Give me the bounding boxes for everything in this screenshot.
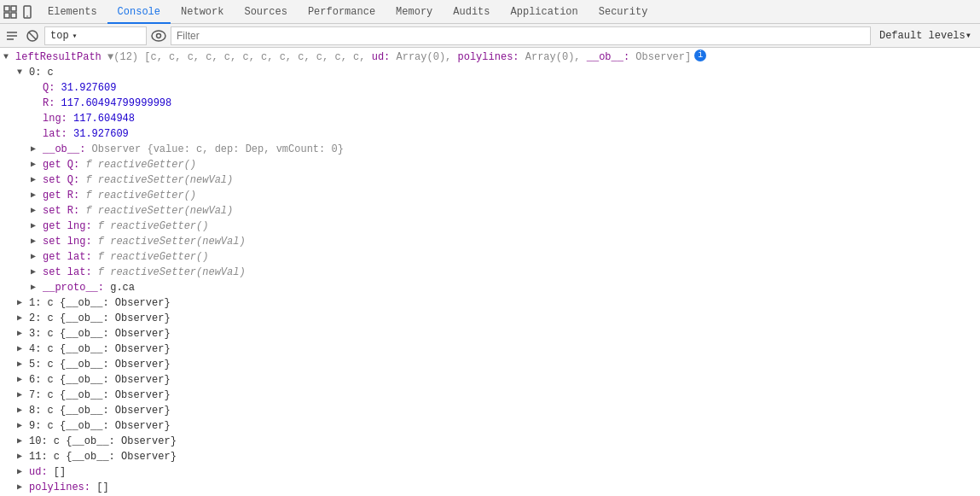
item-2: 2: c {__ob__: Observer} xyxy=(0,311,980,326)
tab-audits[interactable]: Audits xyxy=(443,0,500,24)
svg-rect-1 xyxy=(11,6,16,11)
level-selector[interactable]: Default levels ▾ xyxy=(874,26,977,45)
prop-ob-0: __ob__: Observer {value: c, dep: Dep, vm… xyxy=(0,142,980,157)
prop-proto-0-toggle[interactable] xyxy=(31,280,43,295)
item-6-toggle[interactable] xyxy=(17,372,29,388)
prop-get-lng: get lng: f reactiveGetter() xyxy=(0,219,980,234)
prop-get-lat-toggle[interactable] xyxy=(31,249,43,265)
item-3: 3: c {__ob__: Observer} xyxy=(0,326,980,341)
prop-set-lat-toggle[interactable] xyxy=(31,265,43,280)
tab-elements[interactable]: Elements xyxy=(38,0,107,24)
prop-get-lat: get lat: f reactiveGetter() xyxy=(0,249,980,265)
prop-lng: lng: 117.604948 xyxy=(0,111,980,126)
tab-application[interactable]: Application xyxy=(501,0,589,24)
item-0-toggle[interactable] xyxy=(17,65,29,80)
prop-get-lng-toggle[interactable] xyxy=(31,219,43,234)
prop-set-Q-toggle[interactable] xyxy=(31,172,43,188)
item-11: 11: c {__ob__: Observer} xyxy=(0,449,980,464)
svg-line-10 xyxy=(29,32,36,39)
item-7-toggle[interactable] xyxy=(17,388,29,403)
item-9: 9: c {__ob__: Observer} xyxy=(0,418,980,434)
svg-rect-0 xyxy=(4,6,9,11)
main-toggle[interactable] xyxy=(3,50,15,65)
context-selector[interactable]: top ▾ xyxy=(44,26,147,45)
item-4: 4: c {__ob__: Observer} xyxy=(0,341,980,357)
tab-security[interactable]: Security xyxy=(589,0,658,24)
item-11-toggle[interactable] xyxy=(17,449,29,464)
svg-rect-2 xyxy=(4,13,9,18)
svg-point-5 xyxy=(26,15,28,17)
item-3-toggle[interactable] xyxy=(17,326,29,341)
clear-console-button[interactable] xyxy=(3,27,20,44)
tab-console[interactable]: Console xyxy=(107,0,171,24)
tab-performance[interactable]: Performance xyxy=(298,0,386,24)
prop-ud: ud: [] xyxy=(0,464,980,480)
prop-get-R: get R: f reactiveGetter() xyxy=(0,188,980,203)
tab-network[interactable]: Network xyxy=(171,0,234,24)
context-dropdown-arrow: ▾ xyxy=(72,31,78,41)
stop-icon[interactable] xyxy=(24,27,41,44)
console-toolbar: top ▾ Default levels ▾ xyxy=(0,24,980,48)
prop-proto-0: __proto__: g.ca xyxy=(0,280,980,295)
prop-set-R: set R: f reactiveSetter(newVal) xyxy=(0,203,980,219)
info-icon[interactable]: i xyxy=(694,50,706,61)
prop-get-Q-toggle[interactable] xyxy=(31,157,43,172)
prop-lat: lat: 31.927609 xyxy=(0,126,980,142)
svg-point-11 xyxy=(152,31,165,41)
prop-set-lng-toggle[interactable] xyxy=(31,234,43,249)
prop-set-Q: set Q: f reactiveSetter(newVal) xyxy=(0,172,980,188)
prop-set-lat: set lat: f reactiveSetter(newVal) xyxy=(0,265,980,280)
item-8-toggle[interactable] xyxy=(17,403,29,418)
item-0: 0: c xyxy=(0,65,980,80)
prop-ud-toggle[interactable] xyxy=(17,464,29,480)
eye-button[interactable] xyxy=(150,27,167,44)
prop-polylines-toggle[interactable] xyxy=(17,480,29,495)
item-5: 5: c {__ob__: Observer} xyxy=(0,357,980,372)
prop-set-R-toggle[interactable] xyxy=(31,203,43,219)
inspect-icon[interactable] xyxy=(3,5,17,19)
item-6: 6: c {__ob__: Observer} xyxy=(0,372,980,388)
console-output: leftResultPath ▼(12) [c, c, c, c, c, c, … xyxy=(0,48,980,496)
mobile-icon[interactable] xyxy=(20,5,34,19)
prop-get-Q: get Q: f reactiveGetter() xyxy=(0,157,980,172)
item-8: 8: c {__ob__: Observer} xyxy=(0,403,980,418)
tab-sources[interactable]: Sources xyxy=(234,0,297,24)
level-dropdown-arrow: ▾ xyxy=(966,29,971,42)
tab-memory[interactable]: Memory xyxy=(386,0,443,24)
item-10-toggle[interactable] xyxy=(17,434,29,449)
main-result-line: leftResultPath ▼(12) [c, c, c, c, c, c, … xyxy=(0,50,980,65)
item-7: 7: c {__ob__: Observer} xyxy=(0,388,980,403)
svg-rect-3 xyxy=(11,13,16,18)
item-4-toggle[interactable] xyxy=(17,341,29,357)
item-1-toggle[interactable] xyxy=(17,295,29,311)
item-9-toggle[interactable] xyxy=(17,418,29,434)
prop-polylines: polylines: [] xyxy=(0,480,980,495)
prop-get-R-toggle[interactable] xyxy=(31,188,43,203)
svg-point-12 xyxy=(157,33,161,38)
item-2-toggle[interactable] xyxy=(17,311,29,326)
prop-Q: Q: 31.927609 xyxy=(0,80,980,96)
item-5-toggle[interactable] xyxy=(17,357,29,372)
devtools-tab-bar: Elements Console Network Sources Perform… xyxy=(0,0,980,24)
prop-R: R: 117.60494799999998 xyxy=(0,96,980,111)
filter-input[interactable] xyxy=(171,26,871,45)
item-1: 1: c {__ob__: Observer} xyxy=(0,295,980,311)
prop-ob-0-toggle[interactable] xyxy=(31,142,43,157)
prop-set-lng: set lng: f reactiveSetter(newVal) xyxy=(0,234,980,249)
item-10: 10: c {__ob__: Observer} xyxy=(0,434,980,449)
